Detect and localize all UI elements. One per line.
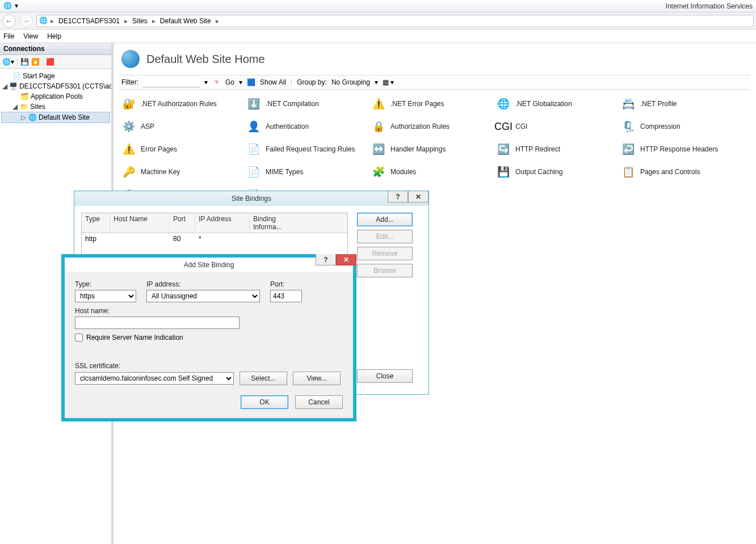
chevron-down-icon[interactable]: ▾: [375, 78, 378, 86]
crumb-default-site[interactable]: Default Web Site: [158, 16, 213, 26]
stop-icon[interactable]: 🟥: [46, 58, 54, 66]
add-binding-body: Type: https IP address: All Unassigned P…: [65, 272, 353, 418]
feature-item[interactable]: 🗜️Compression: [619, 118, 744, 135]
select-cert-button[interactable]: Select...: [240, 372, 287, 385]
showall-icon[interactable]: 🟦: [247, 78, 255, 86]
crumb-sites[interactable]: Sites: [130, 16, 150, 26]
site-bindings-titlebar[interactable]: Site Bindings ? ✕: [74, 191, 429, 206]
sites-icon: 📁: [19, 102, 28, 111]
feature-item[interactable]: ⚙️ASP: [119, 118, 244, 135]
feature-icon: 📋: [621, 165, 636, 179]
sni-checkbox-row[interactable]: Require Server Name Indication: [75, 334, 343, 341]
feature-item[interactable]: 🔐.NET Authorization Rules: [119, 95, 244, 112]
feature-item[interactable]: ↔️Handler Mappings: [369, 141, 494, 158]
tree-app-pools[interactable]: 🗂️ Application Pools: [1, 91, 110, 102]
feature-icon: ↔️: [371, 142, 386, 157]
menu-file[interactable]: File: [3, 32, 14, 40]
feature-item[interactable]: 👤Authentication: [244, 118, 369, 135]
tree-sites[interactable]: ◢ 📁 Sites: [1, 102, 110, 112]
add-binding-titlebar[interactable]: Add Site Binding ? ✕: [65, 258, 353, 272]
port-input[interactable]: [270, 290, 302, 302]
add-button[interactable]: Add...: [357, 213, 413, 226]
help-button[interactable]: ?: [316, 254, 336, 265]
feature-label: MIME Types: [266, 168, 303, 176]
feature-item[interactable]: ⚠️.NET Error Pages: [369, 95, 494, 112]
feature-item[interactable]: 🧩Modules: [369, 163, 494, 180]
tree-label: DE1CCTSADFS301 (CCTS\adm: [19, 82, 111, 90]
col-type[interactable]: Type: [82, 213, 110, 233]
filter-label: Filter:: [121, 78, 138, 86]
view-mode-icon[interactable]: ▦ ▾: [383, 78, 394, 86]
cancel-button[interactable]: Cancel: [295, 395, 343, 409]
ok-button[interactable]: OK: [241, 395, 288, 409]
feature-icon: 🔐: [121, 96, 136, 111]
chevron-down-icon[interactable]: ▾: [204, 78, 208, 86]
filter-input[interactable]: [143, 77, 200, 87]
feature-item[interactable]: ⚠️Error Pages: [119, 141, 244, 158]
ssl-cert-label: SSL certificate:: [75, 362, 343, 370]
tree-default-web-site[interactable]: ▷ 🌐 Default Web Site: [1, 112, 110, 123]
crumb-server[interactable]: DE1CCTSADFS301: [56, 16, 122, 26]
hostname-input[interactable]: [75, 317, 240, 329]
col-host[interactable]: Host Name: [110, 213, 170, 233]
col-binding-info[interactable]: Binding Informa...: [250, 213, 306, 233]
breadcrumb[interactable]: 🌐 ▸ DE1CCTSADFS301 ▸ Sites ▸ Default Web…: [36, 15, 754, 27]
feature-item[interactable]: ⬇️.NET Compilation: [244, 95, 369, 112]
up-icon[interactable]: 🔼: [31, 58, 40, 66]
col-ip[interactable]: IP Address: [195, 213, 250, 233]
help-button[interactable]: ?: [388, 191, 408, 203]
feature-item[interactable]: ↩️HTTP Response Headers: [619, 141, 744, 158]
feature-item[interactable]: 📇.NET Profile: [619, 95, 744, 112]
save-icon[interactable]: 💾: [20, 58, 29, 66]
tree-label: Sites: [30, 103, 45, 111]
go-label[interactable]: Go: [225, 78, 234, 86]
go-funnel-icon[interactable]: 🔻: [212, 78, 221, 86]
feature-item[interactable]: 🔑Machine Key: [119, 163, 244, 180]
feature-item[interactable]: 🌐.NET Globalization: [494, 95, 619, 112]
feature-item[interactable]: 🔒Authorization Rules: [369, 118, 494, 135]
sni-checkbox[interactable]: [75, 334, 83, 341]
menu-help[interactable]: Help: [47, 32, 61, 40]
tree-server[interactable]: ◢ 🖥️ DE1CCTSADFS301 (CCTS\adm: [1, 81, 110, 91]
tree-start-page[interactable]: 📄 Start Page: [1, 71, 110, 81]
menu-view[interactable]: View: [23, 32, 38, 40]
feature-icon: ⬇️: [246, 96, 261, 111]
feature-item[interactable]: 💾Output Caching: [494, 163, 619, 180]
feature-icon: ⚠️: [121, 142, 136, 157]
feature-item[interactable]: 📋Pages and Controls: [619, 163, 744, 180]
col-port[interactable]: Port: [170, 213, 195, 233]
close-button[interactable]: ✕: [336, 254, 356, 265]
ip-select[interactable]: All Unassigned: [146, 290, 260, 302]
chevron-right-icon: ▸: [124, 17, 128, 25]
feature-item[interactable]: CGICGI: [494, 118, 619, 135]
showall-label[interactable]: Show All: [260, 78, 286, 86]
feature-item[interactable]: 📄Failed Request Tracing Rules: [244, 141, 369, 158]
down-chevron-icon[interactable]: ▾: [15, 2, 24, 11]
ssl-cert-select[interactable]: clcsamldemo.falconinfosec.com Self Signe…: [75, 372, 234, 385]
port-label: Port:: [270, 280, 302, 288]
back-button[interactable]: ←: [2, 14, 16, 28]
type-select[interactable]: https: [75, 290, 136, 302]
connect-icon[interactable]: 🌐▾: [2, 58, 14, 66]
caret-down-icon[interactable]: ◢: [2, 82, 7, 90]
feature-icon: 🔒: [371, 119, 386, 134]
groupby-value[interactable]: No Grouping: [331, 78, 370, 86]
caret-right-icon[interactable]: ▷: [20, 113, 26, 121]
browse-button: Browse: [357, 264, 413, 277]
feature-item[interactable]: ↪️HTTP Redirect: [494, 141, 619, 158]
feature-icon: 🌐: [496, 96, 511, 111]
chevron-down-icon[interactable]: ▾: [239, 78, 242, 86]
close-dialog-button[interactable]: Close: [357, 369, 413, 383]
feature-icon: ⚙️: [121, 119, 136, 134]
add-site-binding-dialog: Add Site Binding ? ✕ Type: https IP addr…: [61, 254, 356, 421]
feature-icon: ⚠️: [371, 96, 386, 111]
ip-label: IP address:: [146, 280, 260, 288]
table-row[interactable]: http 80 *: [82, 233, 347, 244]
view-cert-button[interactable]: View...: [293, 372, 341, 385]
caret-down-icon[interactable]: ◢: [12, 103, 18, 111]
feature-item[interactable]: 📄MIME Types: [244, 163, 369, 180]
forward-button[interactable]: →: [19, 14, 33, 28]
close-button[interactable]: ✕: [408, 191, 429, 203]
cell-host: [110, 233, 170, 244]
feature-label: Authorization Rules: [390, 123, 450, 130]
